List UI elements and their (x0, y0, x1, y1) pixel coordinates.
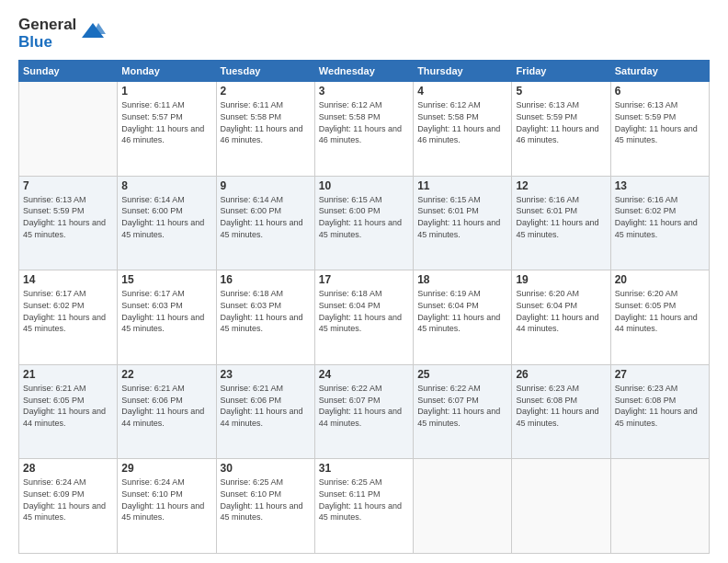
daylight-text: Daylight: 11 hours and 46 minutes. (319, 123, 409, 146)
sunset-text: Sunset: 5:59 PM (23, 205, 113, 217)
daylight-text: Daylight: 11 hours and 45 minutes. (417, 406, 507, 429)
day-info: Sunrise: 6:15 AMSunset: 6:00 PMDaylight:… (319, 194, 409, 240)
logo-words: General Blue (18, 17, 76, 51)
week-row-3: 14Sunrise: 6:17 AMSunset: 6:02 PMDayligh… (19, 270, 710, 365)
day-number: 6 (615, 85, 705, 98)
day-info: Sunrise: 6:15 AMSunset: 6:01 PMDaylight:… (417, 194, 507, 240)
day-number: 20 (615, 273, 705, 286)
day-info: Sunrise: 6:20 AMSunset: 6:05 PMDaylight:… (615, 288, 705, 334)
calendar-cell-1-3: 2Sunrise: 6:11 AMSunset: 5:58 PMDaylight… (216, 82, 314, 177)
day-info: Sunrise: 6:25 AMSunset: 6:11 PMDaylight:… (319, 477, 409, 523)
calendar-cell-1-7: 6Sunrise: 6:13 AMSunset: 5:59 PMDaylight… (610, 82, 709, 177)
day-number: 28 (23, 462, 113, 475)
sunset-text: Sunset: 5:57 PM (121, 111, 211, 123)
daylight-text: Daylight: 11 hours and 44 minutes. (319, 406, 409, 429)
daylight-text: Daylight: 11 hours and 44 minutes. (516, 312, 606, 335)
day-info: Sunrise: 6:24 AMSunset: 6:09 PMDaylight:… (23, 477, 113, 523)
logo-general-label: General (18, 17, 76, 34)
day-number: 10 (319, 179, 409, 192)
calendar-cell-1-5: 4Sunrise: 6:12 AMSunset: 5:58 PMDaylight… (414, 82, 512, 177)
week-row-5: 28Sunrise: 6:24 AMSunset: 6:09 PMDayligh… (19, 459, 710, 554)
sunset-text: Sunset: 6:10 PM (221, 488, 311, 500)
day-number: 17 (319, 273, 409, 286)
sunset-text: Sunset: 5:58 PM (221, 111, 311, 123)
calendar-cell-3-3: 16Sunrise: 6:18 AMSunset: 6:03 PMDayligh… (216, 270, 314, 365)
sunset-text: Sunset: 6:07 PM (319, 395, 409, 407)
sunrise-text: Sunrise: 6:16 AM (615, 194, 705, 206)
daylight-text: Daylight: 11 hours and 44 minutes. (221, 406, 311, 429)
sunset-text: Sunset: 6:06 PM (221, 395, 311, 407)
sunset-text: Sunset: 6:04 PM (516, 300, 606, 312)
daylight-text: Daylight: 11 hours and 45 minutes. (615, 217, 705, 240)
day-info: Sunrise: 6:14 AMSunset: 6:00 PMDaylight:… (121, 194, 211, 240)
sunset-text: Sunset: 6:08 PM (516, 395, 606, 407)
daylight-text: Daylight: 11 hours and 46 minutes. (121, 123, 211, 146)
calendar-cell-5-5 (414, 459, 512, 554)
week-row-4: 21Sunrise: 6:21 AMSunset: 6:05 PMDayligh… (19, 364, 710, 459)
day-number: 12 (516, 179, 606, 192)
calendar-cell-1-4: 3Sunrise: 6:12 AMSunset: 5:58 PMDaylight… (314, 82, 413, 177)
calendar-cell-4-1: 21Sunrise: 6:21 AMSunset: 6:05 PMDayligh… (19, 364, 118, 459)
weekday-header-saturday: Saturday (610, 61, 709, 82)
daylight-text: Daylight: 11 hours and 46 minutes. (417, 123, 507, 146)
sunrise-text: Sunrise: 6:24 AM (23, 477, 113, 488)
daylight-text: Daylight: 11 hours and 45 minutes. (23, 312, 113, 335)
day-number: 7 (23, 179, 113, 192)
calendar-cell-3-6: 19Sunrise: 6:20 AMSunset: 6:04 PMDayligh… (512, 270, 610, 365)
daylight-text: Daylight: 11 hours and 45 minutes. (23, 500, 113, 523)
sunset-text: Sunset: 6:00 PM (121, 205, 211, 217)
sunset-text: Sunset: 5:59 PM (615, 111, 705, 123)
calendar-cell-3-1: 14Sunrise: 6:17 AMSunset: 6:02 PMDayligh… (19, 270, 118, 365)
daylight-text: Daylight: 11 hours and 45 minutes. (319, 312, 409, 335)
calendar-cell-3-4: 17Sunrise: 6:18 AMSunset: 6:04 PMDayligh… (314, 270, 413, 365)
day-info: Sunrise: 6:13 AMSunset: 5:59 PMDaylight:… (516, 99, 606, 145)
sunset-text: Sunset: 6:04 PM (417, 300, 507, 312)
sunrise-text: Sunrise: 6:14 AM (121, 194, 211, 206)
sunrise-text: Sunrise: 6:11 AM (221, 99, 311, 111)
day-info: Sunrise: 6:13 AMSunset: 5:59 PMDaylight:… (615, 99, 705, 145)
day-number: 4 (417, 85, 507, 98)
day-number: 27 (615, 368, 705, 381)
sunrise-text: Sunrise: 6:18 AM (221, 288, 311, 300)
day-info: Sunrise: 6:17 AMSunset: 6:03 PMDaylight:… (121, 288, 211, 334)
sunset-text: Sunset: 6:10 PM (121, 488, 211, 500)
day-number: 8 (121, 179, 211, 192)
calendar-cell-4-5: 25Sunrise: 6:22 AMSunset: 6:07 PMDayligh… (414, 364, 512, 459)
day-info: Sunrise: 6:11 AMSunset: 5:58 PMDaylight:… (221, 99, 311, 145)
calendar-cell-5-7 (610, 459, 709, 554)
sunset-text: Sunset: 6:00 PM (221, 205, 311, 217)
day-info: Sunrise: 6:21 AMSunset: 6:06 PMDaylight:… (121, 383, 211, 429)
day-info: Sunrise: 6:23 AMSunset: 6:08 PMDaylight:… (615, 383, 705, 429)
sunrise-text: Sunrise: 6:18 AM (319, 288, 409, 300)
daylight-text: Daylight: 11 hours and 45 minutes. (221, 312, 311, 335)
day-number: 3 (319, 85, 409, 98)
calendar-cell-2-6: 12Sunrise: 6:16 AMSunset: 6:01 PMDayligh… (512, 176, 610, 270)
day-info: Sunrise: 6:11 AMSunset: 5:57 PMDaylight:… (121, 99, 211, 145)
sunset-text: Sunset: 6:03 PM (221, 300, 311, 312)
day-info: Sunrise: 6:12 AMSunset: 5:58 PMDaylight:… (417, 99, 507, 145)
day-number: 2 (221, 85, 311, 98)
sunset-text: Sunset: 5:59 PM (516, 111, 606, 123)
calendar-cell-2-4: 10Sunrise: 6:15 AMSunset: 6:00 PMDayligh… (314, 176, 413, 270)
daylight-text: Daylight: 11 hours and 45 minutes. (516, 217, 606, 240)
day-number: 18 (417, 273, 507, 286)
sunset-text: Sunset: 6:02 PM (615, 205, 705, 217)
sunrise-text: Sunrise: 6:22 AM (319, 383, 409, 395)
sunrise-text: Sunrise: 6:17 AM (23, 288, 113, 300)
day-info: Sunrise: 6:17 AMSunset: 6:02 PMDaylight:… (23, 288, 113, 334)
day-info: Sunrise: 6:21 AMSunset: 6:06 PMDaylight:… (221, 383, 311, 429)
day-info: Sunrise: 6:24 AMSunset: 6:10 PMDaylight:… (121, 477, 211, 523)
daylight-text: Daylight: 11 hours and 45 minutes. (516, 406, 606, 429)
day-number: 5 (516, 85, 606, 98)
calendar-cell-3-5: 18Sunrise: 6:19 AMSunset: 6:04 PMDayligh… (414, 270, 512, 365)
daylight-text: Daylight: 11 hours and 45 minutes. (319, 217, 409, 240)
day-number: 14 (23, 273, 113, 286)
week-row-1: 1Sunrise: 6:11 AMSunset: 5:57 PMDaylight… (19, 82, 710, 177)
daylight-text: Daylight: 11 hours and 45 minutes. (221, 500, 311, 523)
sunset-text: Sunset: 6:09 PM (23, 488, 113, 500)
day-info: Sunrise: 6:13 AMSunset: 5:59 PMDaylight:… (23, 194, 113, 240)
calendar-cell-2-1: 7Sunrise: 6:13 AMSunset: 5:59 PMDaylight… (19, 176, 118, 270)
calendar-cell-4-4: 24Sunrise: 6:22 AMSunset: 6:07 PMDayligh… (314, 364, 413, 459)
day-number: 11 (417, 179, 507, 192)
daylight-text: Daylight: 11 hours and 45 minutes. (319, 500, 409, 523)
